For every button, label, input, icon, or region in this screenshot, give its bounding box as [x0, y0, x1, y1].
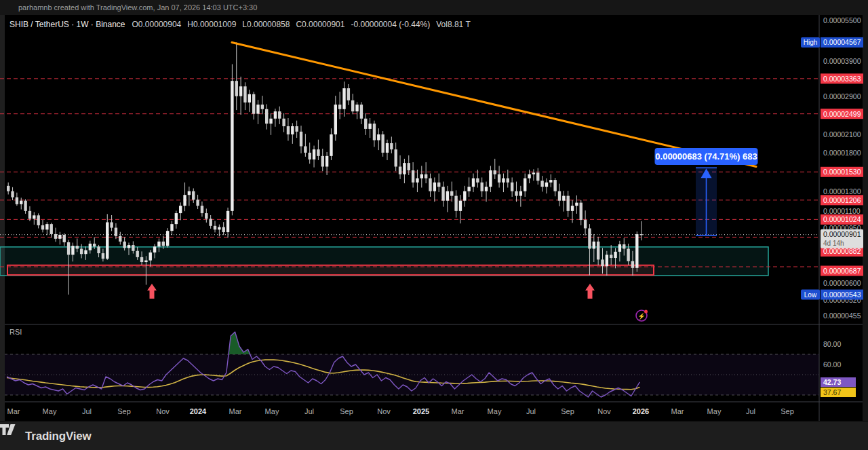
- candle-body: [416, 179, 418, 183]
- candle-body: [304, 147, 307, 153]
- candle-body: [532, 172, 535, 174]
- candle-body: [119, 236, 121, 242]
- candle-body: [313, 149, 315, 160]
- candle-body: [235, 81, 238, 96]
- candle-body: [489, 170, 492, 187]
- candle-body: [364, 119, 367, 129]
- notification-dot: [644, 310, 648, 314]
- candle-body: [485, 187, 488, 191]
- candle-body: [580, 203, 583, 220]
- time-month-label: May: [265, 407, 279, 415]
- symbol-title[interactable]: SHIB / TetherUS · 1W · Binance: [9, 20, 125, 29]
- high_badge-tag: High: [804, 39, 818, 46]
- tradingview-brand[interactable]: TradingView: [25, 430, 92, 443]
- candle-body: [196, 200, 199, 206]
- time-month-label: Jul: [526, 407, 536, 415]
- time-month-label: Sep: [561, 407, 574, 415]
- candle-body: [463, 191, 466, 201]
- candle-body: [584, 220, 587, 228]
- candle-body: [188, 191, 191, 195]
- time-month-label: Sep: [340, 407, 353, 415]
- price-level-label: 0.00003363: [823, 75, 861, 83]
- price-level-label: 0.00000687: [823, 267, 861, 275]
- candle-body: [295, 126, 298, 132]
- rsi-tick-label: 80.00: [823, 340, 841, 348]
- price-level-label: 0.00002499: [823, 110, 861, 118]
- candle-body: [321, 156, 324, 167]
- price-tick-label: 0.00000600: [823, 279, 861, 287]
- candle-body: [274, 111, 277, 119]
- candle-body: [476, 179, 479, 183]
- candle-body: [454, 196, 457, 211]
- candle-body: [498, 174, 500, 183]
- low_badge-tag: Low: [804, 291, 817, 299]
- candle-body: [403, 163, 406, 174]
- candle-body: [222, 227, 225, 232]
- candle-body: [256, 105, 259, 113]
- price-axis[interactable]: 0.000055000.000039000.000029000.00002100…: [801, 16, 863, 397]
- time-month-label: Mar: [7, 407, 20, 415]
- candle-body: [192, 191, 195, 200]
- candle-body: [33, 215, 35, 219]
- candle-body: [123, 242, 125, 248]
- candle-body: [429, 179, 431, 191]
- chart-canvas[interactable]: 0.00000683 (74.71%) 683⚡0.000055000.0000…: [0, 0, 868, 450]
- candle-body: [351, 100, 354, 111]
- candle-body: [571, 206, 574, 211]
- price-tick-label: 0.00001100: [823, 207, 861, 215]
- price-range-measure-tool[interactable]: 0.00000683 (74.71%) 683: [655, 148, 758, 236]
- candle-body: [420, 174, 423, 179]
- candle-body: [45, 224, 48, 229]
- lightning-glyph-icon: ⚡: [637, 312, 646, 320]
- buy-signal-arrow-icon[interactable]: [585, 284, 595, 299]
- time-month-label: Jul: [746, 407, 755, 415]
- candle-body: [149, 252, 152, 261]
- time-month-label: Sep: [781, 407, 794, 415]
- rsi-pane-title[interactable]: RSI: [9, 328, 22, 336]
- candle-body: [627, 248, 629, 261]
- candle-body: [179, 206, 182, 213]
- price-level-label: 0.00001024: [823, 215, 861, 223]
- candle-body: [282, 119, 285, 126]
- candle-body: [278, 111, 281, 119]
- time-month-label: May: [43, 407, 57, 415]
- candle-body: [395, 149, 397, 166]
- candle-body: [334, 105, 337, 134]
- price-level-label: 0.00000882: [823, 247, 861, 255]
- candle-body: [71, 246, 74, 255]
- tradingview-snapshot: parhamnb created with TradingView.com, J…: [0, 0, 868, 450]
- time-axis[interactable]: MarMayJulSepNov2024MarMayJulSepNov2025Ma…: [7, 407, 794, 415]
- candle-body: [450, 191, 453, 196]
- candle-body: [593, 242, 595, 249]
- candle-body: [41, 225, 44, 229]
- candle-body: [549, 180, 552, 183]
- candle-body: [50, 224, 53, 234]
- price-tick-label: 0.00001300: [823, 187, 861, 195]
- price-tick-label: 0.00000455: [823, 312, 861, 320]
- candle-body: [631, 261, 634, 268]
- candle-body: [218, 227, 220, 230]
- rsi-value-label: 42.73: [823, 378, 841, 386]
- candle-body: [54, 234, 57, 239]
- buy-signal-arrow-icon[interactable]: [147, 284, 157, 299]
- candle-body: [536, 172, 539, 181]
- candle-body: [144, 261, 147, 262]
- time-month-label: Mar: [671, 407, 684, 415]
- price-tick-label: 0.00005500: [823, 16, 861, 24]
- candle-body: [553, 180, 556, 191]
- candle-body: [494, 170, 496, 174]
- candle-body: [300, 132, 302, 147]
- high-value: H0.00001009: [187, 20, 236, 29]
- candle-body: [261, 105, 264, 109]
- candle-body: [80, 248, 83, 254]
- time-month-label: Nov: [597, 407, 611, 415]
- candle-body: [136, 251, 139, 257]
- candle-body: [408, 163, 410, 170]
- time-month-label: May: [488, 407, 502, 415]
- candle-body: [24, 201, 26, 211]
- candle-body: [588, 228, 591, 248]
- candle-body: [170, 224, 173, 231]
- candle-body: [567, 196, 570, 211]
- change-value: -0.00000004 (-0.44%): [351, 20, 430, 29]
- candle-body: [412, 170, 414, 183]
